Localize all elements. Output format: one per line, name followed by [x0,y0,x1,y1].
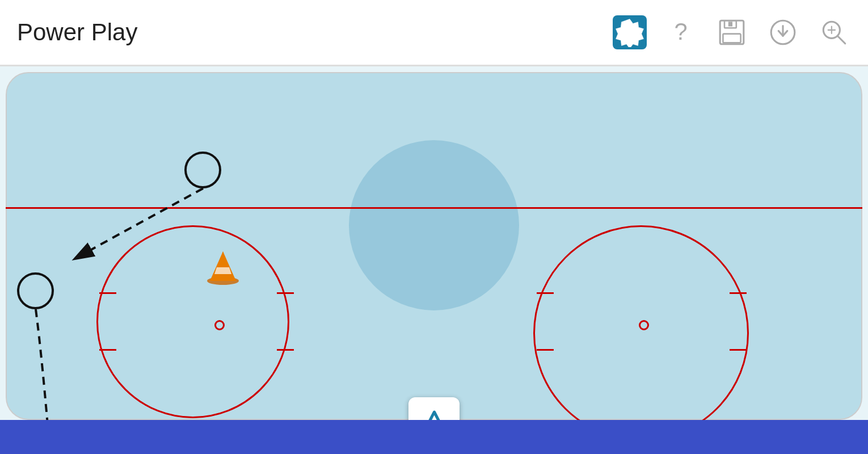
left-hash-tr [277,292,294,294]
player-2[interactable] [17,272,54,309]
bottom-toolbar [0,420,868,454]
svg-line-9 [837,36,845,44]
svg-point-0 [626,30,633,37]
svg-marker-15 [220,251,226,260]
header: Power Play ? [0,0,868,66]
left-hash-tl [99,292,116,294]
header-toolbar: ? [613,15,851,49]
right-hash-tl [537,292,554,294]
svg-marker-14 [214,267,231,274]
right-hash-tr [730,292,747,294]
center-line [6,207,862,209]
center-circle [349,140,519,310]
cone-1[interactable] [203,246,243,288]
rink-container [0,66,868,454]
left-hash-br [277,349,294,351]
right-faceoff-circle [533,225,749,441]
player-1[interactable] [184,152,221,188]
settings-badge-button[interactable] [613,15,647,49]
download-button[interactable] [766,15,800,49]
svg-text:?: ? [674,18,687,45]
svg-rect-5 [728,22,732,26]
save-button[interactable] [715,15,749,49]
left-hash-bl [99,349,116,351]
left-faceoff-circle [96,225,289,418]
right-hash-br [730,349,747,351]
right-hash-bl [537,349,554,351]
right-faceoff-dot [639,320,649,330]
svg-rect-4 [723,34,740,43]
page-title: Power Play [17,19,613,46]
left-faceoff-dot [214,320,225,330]
help-button[interactable]: ? [664,15,698,49]
zoom-button[interactable] [817,15,851,49]
